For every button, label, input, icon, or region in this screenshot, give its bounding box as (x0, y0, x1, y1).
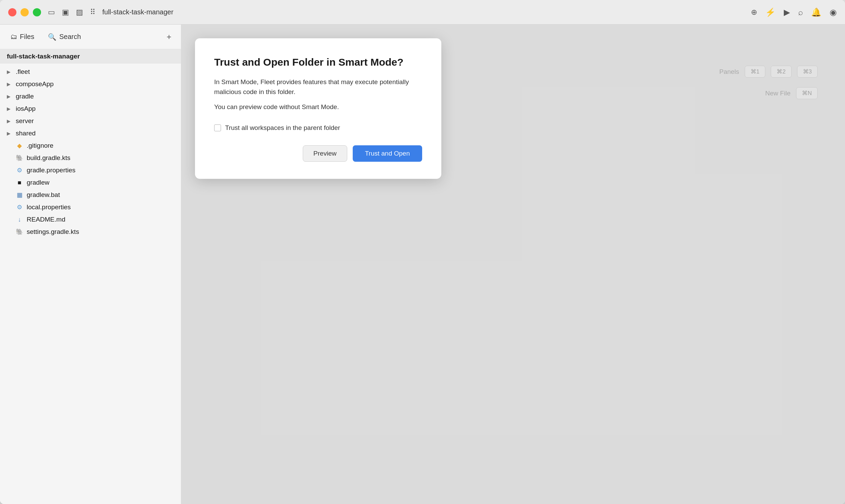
trust-checkbox-label: Trust all workspaces in the parent folde… (225, 124, 340, 132)
window-title: full-stack-task-manager (102, 8, 173, 16)
file-tree: ▶ .fleet ▶ composeApp ▶ gradle ▶ iosApp … (0, 64, 181, 504)
sidebar-item-gitignore[interactable]: ◆ .gitignore (0, 140, 181, 152)
markdown-icon: ↓ (16, 216, 23, 223)
git-icon: ◆ (16, 142, 23, 149)
sidebar-item-shared[interactable]: ▶ shared (0, 127, 181, 140)
dialog-body1: In Smart Mode, Fleet provides features t… (214, 77, 422, 97)
titlebar-right-actions: ⚡ ▶ ⌕ 🔔 ◉ (765, 8, 837, 17)
trust-checkbox[interactable] (214, 124, 221, 131)
editor-toggle-icon[interactable]: ▣ (62, 8, 69, 17)
add-file-button[interactable]: + (164, 31, 174, 43)
add-collaborator-icon[interactable]: ⊕ (751, 8, 757, 17)
sidebar-item-gradle-properties[interactable]: ⚙ gradle.properties (0, 164, 181, 176)
main-content: 🗂 Files 🔍 Search + full-stack-task-manag… (0, 25, 845, 504)
search-sidebar-icon: 🔍 (48, 33, 56, 41)
dialog-body2: You can preview code without Smart Mode. (214, 102, 422, 112)
files-label: Files (20, 33, 34, 41)
sidebar-item-gradlew-bat[interactable]: ▦ gradlew.bat (0, 189, 181, 201)
dialog-actions: Preview Trust and Open (214, 145, 422, 162)
chevron-right-icon: ▶ (7, 94, 12, 99)
gear-file-icon: ⚙ (16, 167, 23, 174)
sidebar-item-composeapp[interactable]: ▶ composeApp (0, 78, 181, 90)
trust-and-open-button[interactable]: Trust and Open (353, 145, 422, 162)
files-button[interactable]: 🗂 Files (7, 31, 38, 43)
bolt-icon[interactable]: ⚡ (765, 8, 776, 17)
sidebar-item-iosapp[interactable]: ▶ iosApp (0, 103, 181, 115)
chevron-right-icon: ▶ (7, 81, 12, 87)
sidebar-toolbar: 🗂 Files 🔍 Search + (0, 25, 181, 49)
window-controls: ▭ ▣ ▨ ⠿ (48, 8, 95, 17)
app-window: ▭ ▣ ▨ ⠿ full-stack-task-manager ⊕ ⚡ ▶ ⌕ … (0, 0, 845, 504)
sidebar-item-readme[interactable]: ↓ README.md (0, 213, 181, 226)
account-icon[interactable]: ◉ (830, 8, 837, 17)
gradle-icon: 🐘 (16, 154, 23, 162)
sidebar-item-build-gradle-kts[interactable]: 🐘 build.gradle.kts (0, 152, 181, 164)
gear-local-icon: ⚙ (16, 203, 23, 211)
preview-button[interactable]: Preview (303, 145, 347, 162)
traffic-lights (8, 8, 41, 16)
trust-dialog: Trust and Open Folder in Smart Mode? In … (195, 38, 441, 179)
sidebar-item-server[interactable]: ▶ server (0, 115, 181, 127)
chevron-right-icon: ▶ (7, 106, 12, 111)
chevron-right-icon: ▶ (7, 69, 12, 75)
grid-icon[interactable]: ⠿ (90, 8, 95, 17)
bell-icon[interactable]: 🔔 (811, 8, 821, 17)
sidebar-item-local-properties[interactable]: ⚙ local.properties (0, 201, 181, 213)
sidebar-toggle-icon[interactable]: ▭ (48, 8, 55, 17)
chevron-right-icon: ▶ (7, 118, 12, 124)
trust-checkbox-row: Trust all workspaces in the parent folde… (214, 124, 422, 132)
sidebar-item-gradlew[interactable]: ■ gradlew (0, 176, 181, 189)
sidebar-item-gradle[interactable]: ▶ gradle (0, 90, 181, 103)
sidebar-item-settings-gradle-kts[interactable]: 🐘 settings.gradle.kts (0, 226, 181, 238)
file-icon: ■ (16, 179, 23, 186)
split-toggle-icon[interactable]: ▨ (76, 8, 83, 17)
bat-file-icon: ▦ (16, 191, 23, 199)
modal-backdrop[interactable]: Trust and Open Folder in Smart Mode? In … (181, 25, 845, 504)
maximize-button[interactable] (33, 8, 41, 16)
gradle-settings-icon: 🐘 (16, 228, 23, 236)
project-root: full-stack-task-manager (0, 49, 181, 64)
close-button[interactable] (8, 8, 16, 16)
search-label: Search (59, 33, 81, 41)
minimize-button[interactable] (21, 8, 29, 16)
search-icon[interactable]: ⌕ (798, 8, 803, 17)
folder-icon: 🗂 (10, 33, 17, 41)
search-button[interactable]: 🔍 Search (44, 31, 84, 43)
titlebar: ▭ ▣ ▨ ⠿ full-stack-task-manager ⊕ ⚡ ▶ ⌕ … (0, 0, 845, 25)
chevron-right-icon: ▶ (7, 131, 12, 136)
play-icon[interactable]: ▶ (784, 8, 790, 17)
editor-area: Panels ⌘1 ⌘2 ⌘3 New File ⌘N Trust and Op… (181, 25, 845, 504)
dialog-title: Trust and Open Folder in Smart Mode? (214, 55, 422, 69)
sidebar: 🗂 Files 🔍 Search + full-stack-task-manag… (0, 25, 181, 504)
sidebar-item-fleet[interactable]: ▶ .fleet (0, 66, 181, 78)
